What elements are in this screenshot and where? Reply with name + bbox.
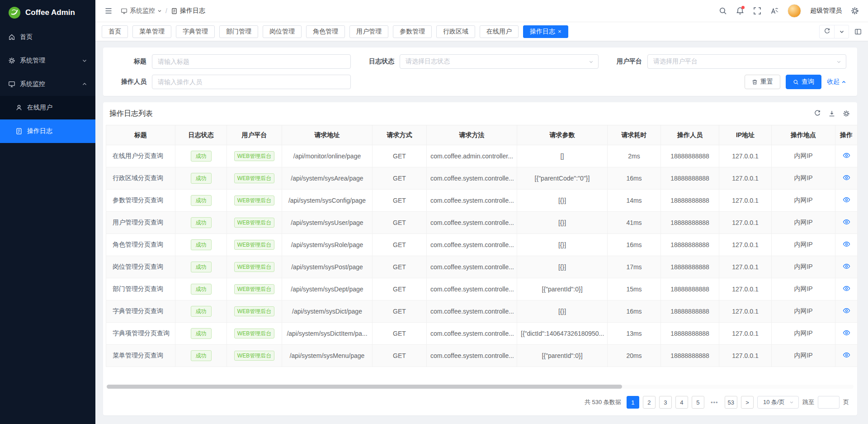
reset-button[interactable]: 重置 bbox=[745, 75, 780, 89]
tab-item-active[interactable]: 操作日志× bbox=[523, 25, 568, 38]
sidebar-item-system-monitor[interactable]: 系统监控 bbox=[0, 72, 95, 96]
breadcrumb-system-monitor[interactable]: 系统监控 bbox=[121, 7, 162, 15]
cell-duration: 13ms bbox=[608, 323, 661, 345]
cell-platform: WEB管理后台 bbox=[227, 345, 282, 367]
page-number-button[interactable]: 1 bbox=[627, 396, 639, 409]
operator-input[interactable] bbox=[152, 75, 351, 89]
fullscreen-icon[interactable] bbox=[753, 7, 761, 15]
tab-item[interactable]: 字典管理 bbox=[176, 25, 215, 38]
jump-page-input[interactable] bbox=[818, 396, 840, 409]
log-status-select[interactable]: 请选择日志状态 bbox=[400, 54, 599, 69]
filter-operator-field: 操作人员 bbox=[114, 75, 351, 89]
cell-ip: 127.0.0.1 bbox=[719, 256, 772, 278]
view-detail-eye-icon[interactable] bbox=[843, 152, 850, 159]
tab-item[interactable]: 岗位管理 bbox=[263, 25, 302, 38]
settings-gear-icon[interactable] bbox=[851, 7, 859, 15]
view-detail-eye-icon[interactable] bbox=[843, 196, 850, 204]
tab-label: 操作日志 bbox=[530, 28, 555, 36]
chevron-up-icon bbox=[82, 81, 87, 87]
cell-duration: 17ms bbox=[608, 256, 661, 278]
cell-handler: com.coffee.system.controlle... bbox=[427, 190, 517, 212]
tab-label: 用户管理 bbox=[356, 28, 382, 36]
cell-status: 成功 bbox=[175, 300, 227, 323]
view-detail-eye-icon[interactable] bbox=[843, 262, 850, 270]
horizontal-scrollbar-thumb[interactable] bbox=[107, 385, 622, 389]
cell-operator: 18888888888 bbox=[661, 323, 719, 345]
view-detail-eye-icon[interactable] bbox=[843, 329, 850, 337]
status-badge: 成功 bbox=[191, 173, 212, 184]
app-root: Coffee Admin 首页 系统管理 系统监控 在线用户 bbox=[0, 0, 868, 424]
cell-operation bbox=[835, 323, 858, 345]
tab-bar: 首页菜单管理字典管理部门管理岗位管理角色管理用户管理参数管理行政区域在线用户操作… bbox=[95, 22, 868, 41]
layout-panel-icon[interactable] bbox=[854, 25, 862, 38]
cell-handler: com.coffee.system.controlle... bbox=[427, 300, 517, 323]
page-number-button[interactable]: 2 bbox=[643, 396, 656, 409]
cell-url: /api/monitor/online/page bbox=[282, 145, 373, 167]
column-header: IP地址 bbox=[719, 125, 772, 145]
view-detail-eye-icon[interactable] bbox=[843, 240, 850, 248]
page-number-button[interactable]: 53 bbox=[725, 396, 737, 409]
cell-operation bbox=[835, 345, 858, 367]
search-icon[interactable] bbox=[719, 7, 727, 15]
view-detail-eye-icon[interactable] bbox=[843, 285, 850, 292]
table-row: 菜单管理分页查询成功WEB管理后台/api/system/sysMenu/pag… bbox=[106, 345, 858, 367]
table-empty-space bbox=[103, 367, 857, 385]
cell-handler: com.coffee.system.controlle... bbox=[427, 345, 517, 367]
sidebar-item-online-users[interactable]: 在线用户 bbox=[0, 96, 95, 119]
next-page-button[interactable]: > bbox=[741, 396, 754, 409]
tab-item[interactable]: 在线用户 bbox=[480, 25, 519, 38]
tab-label: 岗位管理 bbox=[269, 28, 295, 36]
tab-item[interactable]: 参数管理 bbox=[393, 25, 432, 38]
cell-duration: 20ms bbox=[608, 345, 661, 367]
translate-icon[interactable] bbox=[770, 7, 778, 15]
cell-title: 部门管理分页查询 bbox=[106, 278, 175, 300]
tab-item[interactable]: 首页 bbox=[102, 25, 128, 38]
pagination: 共 530 条数据 12345•••53 > 10 条/页 跳至 页 bbox=[103, 392, 857, 415]
sidebar-item-operation-log[interactable]: 操作日志 bbox=[0, 119, 95, 143]
table-row: 参数管理分页查询成功WEB管理后台/api/system/sysConfig/p… bbox=[106, 190, 858, 212]
avatar[interactable] bbox=[788, 4, 801, 18]
title-input[interactable] bbox=[152, 54, 351, 69]
tabs-refresh-icon[interactable] bbox=[820, 25, 834, 38]
page-size-select[interactable]: 10 条/页 bbox=[757, 396, 799, 409]
view-detail-eye-icon[interactable] bbox=[843, 351, 850, 359]
page-number-button[interactable]: 3 bbox=[659, 396, 672, 409]
user-platform-select[interactable]: 请选择用户平台 bbox=[647, 54, 846, 69]
cell-location: 内网IP bbox=[772, 256, 835, 278]
query-button[interactable]: 查询 bbox=[786, 75, 821, 89]
breadcrumb: 系统监控 / 操作日志 bbox=[121, 7, 205, 15]
page-number-button[interactable]: 5 bbox=[692, 396, 704, 409]
tabs-dropdown-icon[interactable] bbox=[834, 25, 849, 38]
filter-panel: 标题 日志状态 请选择日志状态 用户平台 请选择用户平台 bbox=[103, 48, 857, 96]
cell-params: [] bbox=[517, 145, 608, 167]
view-detail-eye-icon[interactable] bbox=[843, 174, 850, 181]
tab-item[interactable]: 行政区域 bbox=[436, 25, 475, 38]
view-detail-eye-icon[interactable] bbox=[843, 218, 850, 226]
view-detail-eye-icon[interactable] bbox=[843, 307, 850, 314]
sidebar-item-home[interactable]: 首页 bbox=[0, 25, 95, 49]
sidebar-item-system-management[interactable]: 系统管理 bbox=[0, 49, 95, 72]
column-settings-gear-icon[interactable] bbox=[843, 110, 850, 117]
cell-location: 内网IP bbox=[772, 212, 835, 234]
tab-item[interactable]: 菜单管理 bbox=[132, 25, 171, 38]
column-header: 请求方式 bbox=[373, 125, 427, 145]
tab-item[interactable]: 用户管理 bbox=[349, 25, 388, 38]
refresh-icon[interactable] bbox=[814, 110, 821, 117]
collapse-filter-link[interactable]: 收起 bbox=[827, 78, 846, 86]
tab-label: 首页 bbox=[108, 28, 121, 36]
page-number-button[interactable]: 4 bbox=[675, 396, 688, 409]
tab-item[interactable]: 部门管理 bbox=[219, 25, 258, 38]
cell-title: 字典管理分页查询 bbox=[106, 300, 175, 323]
notifications-bell-icon[interactable] bbox=[736, 7, 744, 15]
tab-item[interactable]: 角色管理 bbox=[306, 25, 345, 38]
filter-actions: 重置 查询 收起 bbox=[362, 75, 846, 89]
chevron-down-icon bbox=[589, 59, 594, 64]
cell-method: GET bbox=[373, 145, 427, 167]
tab-close-icon[interactable]: × bbox=[558, 29, 561, 34]
cell-ip: 127.0.0.1 bbox=[719, 190, 772, 212]
table-header-row: 标题日志状态用户平台请求地址请求方式请求方法请求参数请求耗时操作人员IP地址操作… bbox=[106, 125, 858, 145]
export-icon[interactable] bbox=[828, 110, 835, 117]
cell-operator: 18888888888 bbox=[661, 167, 719, 190]
sidebar-item-label: 首页 bbox=[20, 33, 87, 41]
menu-fold-icon[interactable] bbox=[104, 7, 113, 15]
